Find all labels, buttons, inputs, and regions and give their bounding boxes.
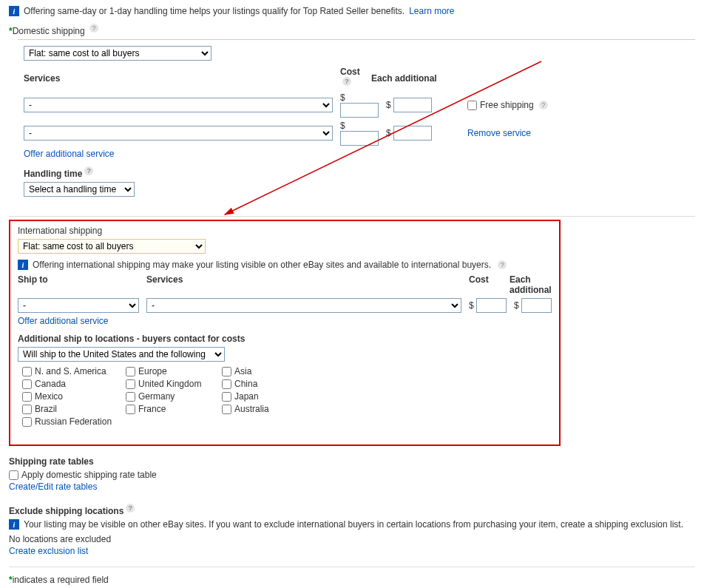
exclude-locations-heading: Exclude shipping locations? xyxy=(9,504,695,516)
loc-france-checkbox[interactable] xyxy=(126,405,135,414)
domestic-additional-2-input[interactable] xyxy=(393,126,432,141)
loc-europe-checkbox[interactable] xyxy=(126,367,135,376)
intl-additional-input[interactable] xyxy=(521,298,552,313)
cost-header: Cost? xyxy=(340,67,364,89)
each-additional-header: Each additional xyxy=(371,73,445,84)
international-shipping-type-select[interactable]: Flat: same cost to all buyers xyxy=(18,239,206,254)
intl-ship-to-select[interactable]: - xyxy=(18,298,139,313)
intl-services-header: Services xyxy=(146,274,461,295)
handling-time-select[interactable]: Select a handling time xyxy=(24,182,135,197)
intl-each-additional-header: Each additional xyxy=(510,274,552,295)
divider xyxy=(9,567,695,567)
handling-time-label: Handling time? xyxy=(24,166,695,179)
loc-uk-checkbox[interactable] xyxy=(126,379,135,389)
free-shipping-checkbox[interactable] xyxy=(467,101,477,110)
loc-russia-checkbox[interactable] xyxy=(22,417,32,427)
intl-cost-header: Cost xyxy=(469,274,502,295)
intl-cost-input[interactable] xyxy=(476,298,507,313)
loc-japan-checkbox[interactable] xyxy=(222,392,231,402)
loc-canada-checkbox[interactable] xyxy=(22,379,32,389)
international-shipping-box: International shipping Flat: same cost t… xyxy=(9,220,561,446)
help-icon[interactable]: ? xyxy=(539,101,548,109)
apply-domestic-rate-label: Apply domestic shipping rate table xyxy=(21,470,157,480)
domestic-cost-1-input[interactable] xyxy=(340,103,379,118)
loc-australia-checkbox[interactable] xyxy=(222,405,231,414)
help-icon[interactable]: ? xyxy=(498,260,507,269)
loc-china-checkbox[interactable] xyxy=(222,379,231,389)
info-icon: i xyxy=(18,260,28,270)
intl-offer-additional-link[interactable]: Offer additional service xyxy=(18,316,109,326)
help-icon[interactable]: ? xyxy=(126,504,135,513)
intl-service-select[interactable]: - xyxy=(146,298,461,313)
create-exclusion-list-link[interactable]: Create exclusion list xyxy=(9,546,88,556)
top-info-text: Offering same-day or 1-day handling time… xyxy=(24,6,405,16)
exclude-none-text: No locations are excluded xyxy=(9,534,695,544)
help-icon[interactable]: ? xyxy=(342,77,351,86)
info-icon: i xyxy=(9,519,19,530)
intl-info-text: Offering international shipping may make… xyxy=(33,260,491,270)
create-edit-rate-tables-link[interactable]: Create/Edit rate tables xyxy=(9,481,97,492)
learn-more-link[interactable]: Learn more xyxy=(409,6,454,16)
loc-brazil-checkbox[interactable] xyxy=(22,405,32,414)
remove-service-link[interactable]: Remove service xyxy=(467,128,531,138)
additional-ship-to-label: Additional ship to locations - buyers co… xyxy=(18,334,552,344)
info-icon: i xyxy=(9,6,19,16)
offer-additional-service-link[interactable]: Offer additional service xyxy=(24,149,115,159)
domestic-cost-2-input[interactable] xyxy=(340,131,379,146)
domestic-shipping-type-select[interactable]: Flat: same cost to all buyers xyxy=(24,46,211,61)
loc-asia-checkbox[interactable] xyxy=(222,367,231,376)
domestic-additional-1-input[interactable] xyxy=(393,98,432,112)
domestic-shipping-label: *Domestic shipping ? xyxy=(9,24,695,36)
loc-n-s-america-checkbox[interactable] xyxy=(22,367,32,376)
international-shipping-label: International shipping xyxy=(18,226,552,236)
locations-grid: N. and S. America Europe Asia Canada Uni… xyxy=(22,366,552,427)
free-shipping-label: Free shipping xyxy=(480,100,534,110)
ship-to-header: Ship to xyxy=(18,274,139,295)
help-icon[interactable]: ? xyxy=(84,166,93,175)
exclude-info-text: Your listing may be visible on other eBa… xyxy=(24,519,683,530)
top-info-row: i Offering same-day or 1-day handling ti… xyxy=(9,6,695,16)
apply-domestic-rate-checkbox[interactable] xyxy=(9,470,18,480)
loc-germany-checkbox[interactable] xyxy=(126,392,135,402)
additional-ship-to-select[interactable]: Will ship to the United States and the f… xyxy=(18,347,225,362)
services-header: Services xyxy=(24,73,333,84)
domestic-service-1-select[interactable]: - xyxy=(24,98,333,112)
shipping-rate-tables-heading: Shipping rate tables xyxy=(9,456,695,467)
required-field-note: *indicates a required field xyxy=(9,575,695,585)
domestic-shipping-box: Flat: same cost to all buyers Services C… xyxy=(18,39,695,206)
domestic-service-2-select[interactable]: - xyxy=(24,126,333,141)
divider xyxy=(9,216,695,217)
help-icon[interactable]: ? xyxy=(89,24,98,33)
loc-mexico-checkbox[interactable] xyxy=(22,392,32,402)
